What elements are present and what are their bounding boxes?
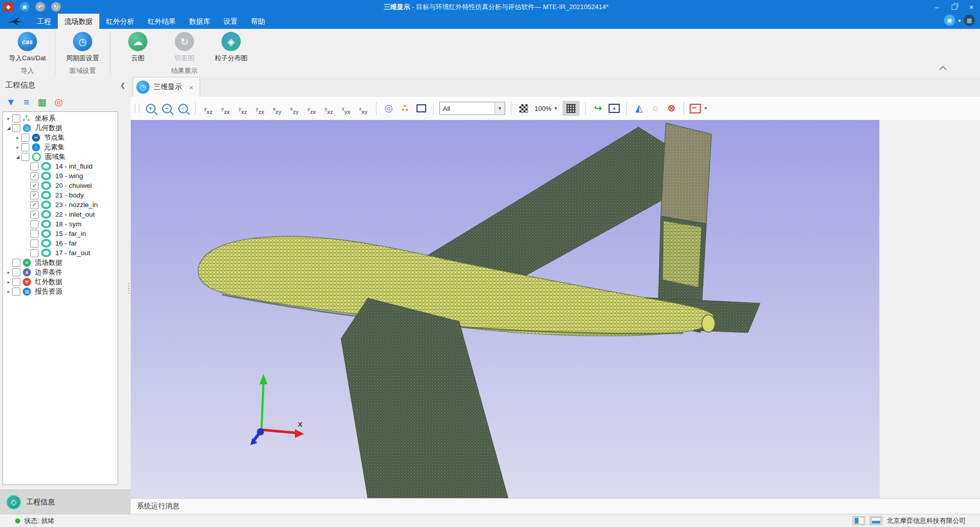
- ribbon-button-导入Cas/Dat[interactable]: cas导入Cas/Dat: [5, 31, 50, 66]
- tree-checkbox[interactable]: [30, 230, 39, 238]
- perspective-icon[interactable]: ◎: [382, 101, 395, 116]
- tree-item-面域集[interactable]: ◢面域集: [3, 152, 118, 161]
- layout-stack-icon[interactable]: [870, 516, 883, 525]
- tree-checkbox[interactable]: [12, 259, 20, 267]
- redo-icon[interactable]: ↻: [51, 2, 61, 12]
- tree-checkbox[interactable]: ✓: [30, 201, 39, 209]
- export-view-icon[interactable]: ↪: [591, 101, 605, 116]
- maximize-icon[interactable]: [946, 0, 963, 14]
- tree-checkbox[interactable]: ✓: [30, 182, 39, 190]
- menu-item-红外结果[interactable]: 红外结果: [141, 14, 182, 29]
- mesh-toggle-icon[interactable]: [562, 101, 580, 116]
- tree-item-元素集[interactable]: ▸○元素集: [3, 142, 118, 152]
- view-iso-se-icon[interactable]: zyx: [339, 100, 353, 117]
- menu-item-红外分析[interactable]: 红外分析: [99, 14, 141, 29]
- help-circle-icon[interactable]: ▣: [944, 15, 955, 26]
- tab-close-icon[interactable]: ×: [189, 83, 194, 92]
- tree-item-16 - far[interactable]: 16 - far: [3, 238, 118, 248]
- app-logo-icon[interactable]: ◆: [3, 2, 14, 12]
- tree-item-23 - nozzle_in[interactable]: ✓23 - nozzle_in: [3, 200, 118, 210]
- tree-checkbox[interactable]: [12, 124, 20, 132]
- tree-item-几何数据[interactable]: ◢△几何数据: [3, 123, 118, 133]
- view-iso-sw-icon[interactable]: zxy: [356, 100, 370, 117]
- tree-checkbox[interactable]: ✓: [30, 211, 39, 219]
- tree-item-流场数据[interactable]: <流场数据: [3, 258, 118, 267]
- save-icon[interactable]: ▣: [20, 2, 29, 12]
- view-back-icon[interactable]: yzx: [253, 100, 267, 117]
- dropdown-caret-icon[interactable]: ▾: [958, 18, 961, 23]
- layout-split-icon[interactable]: [852, 516, 865, 525]
- toolbar-handle[interactable]: [135, 104, 139, 113]
- tree-expander-icon[interactable]: ▸: [5, 279, 12, 285]
- ribbon-button-云图[interactable]: ☁云图: [116, 31, 160, 66]
- panel-splitter[interactable]: ⋮⋮: [125, 283, 130, 314]
- tree-item-报告资源[interactable]: ▸▤报告资源: [3, 287, 118, 296]
- menu-item-设置[interactable]: 设置: [217, 14, 244, 29]
- project-panel-footer[interactable]: ◇ 工程信息: [0, 490, 131, 514]
- tree-expander-icon[interactable]: ◢: [5, 126, 12, 131]
- ribbon-button-周期面设置[interactable]: ◷周期面设置: [60, 31, 105, 66]
- view-iso-nw-icon[interactable]: yxz: [322, 100, 336, 117]
- view-front-icon[interactable]: yxz: [236, 100, 250, 117]
- tree-item-18 - sym[interactable]: 18 - sym: [3, 219, 118, 229]
- menu-item-工程[interactable]: 工程: [30, 14, 58, 29]
- menu-item-帮助[interactable]: 帮助: [244, 14, 272, 29]
- tree-checkbox[interactable]: [21, 153, 29, 161]
- transparency-icon[interactable]: [517, 101, 530, 116]
- tree-expander-icon[interactable]: ▸: [14, 145, 21, 150]
- archive-icon[interactable]: ▼: [690, 101, 708, 116]
- tree-checkbox[interactable]: [21, 143, 29, 151]
- tree-item-22 - inlet_out[interactable]: ✓22 - inlet_out: [3, 210, 118, 219]
- particle-select-icon[interactable]: ∴: [398, 101, 411, 116]
- view-bottom-icon[interactable]: xzy: [287, 100, 301, 117]
- tree-expander-icon[interactable]: ▸: [14, 135, 21, 140]
- view-right-icon[interactable]: yzx: [218, 100, 233, 117]
- tree-checkbox[interactable]: ✓: [30, 191, 39, 199]
- tree-checkbox[interactable]: [12, 268, 20, 276]
- zoom-fit-icon[interactable]: ▫: [176, 101, 190, 116]
- tree-item-19 - wing[interactable]: ✓19 - wing: [3, 171, 118, 181]
- viewport-3d[interactable]: X: [131, 120, 879, 499]
- grid-view-icon[interactable]: ▦: [37, 97, 47, 107]
- view-left-icon[interactable]: yxz: [201, 100, 215, 117]
- tree-item-17 - far_out[interactable]: 17 - far_out: [3, 248, 118, 258]
- tree-item-红外数据[interactable]: ▸☢红外数据: [3, 277, 118, 287]
- menu-item-流场数据[interactable]: 流场数据: [58, 14, 99, 29]
- filter-icon[interactable]: ▼: [6, 97, 16, 107]
- undo-icon[interactable]: ↶: [35, 2, 45, 12]
- tree-checkbox[interactable]: [12, 114, 20, 123]
- tab-3d-display[interactable]: ◷ 三维显示 ×: [133, 77, 200, 97]
- view-top-icon[interactable]: xzy: [270, 100, 284, 117]
- combo-dropdown-icon[interactable]: ▼: [495, 103, 505, 114]
- mirror-icon[interactable]: ◭: [632, 101, 646, 116]
- ribbon-collapse-icon[interactable]: [939, 66, 947, 73]
- tree-checkbox[interactable]: [30, 239, 39, 248]
- close-icon[interactable]: ×: [963, 0, 980, 14]
- menu-item-数据库[interactable]: 数据库: [182, 14, 217, 29]
- tree-checkbox[interactable]: ✓: [30, 172, 39, 180]
- tree-item-节点集[interactable]: ▸••节点集: [3, 133, 118, 142]
- tree-expander-icon[interactable]: ▸: [5, 270, 12, 275]
- tree-expander-icon[interactable]: ◢: [14, 154, 21, 159]
- tree-checkbox[interactable]: [12, 278, 20, 286]
- tree-checkbox[interactable]: [30, 220, 39, 228]
- view-iso-ne-icon[interactable]: yzx: [305, 100, 319, 117]
- clear-icon[interactable]: ⊗: [665, 101, 678, 116]
- tree-expander-icon[interactable]: ▸: [5, 116, 12, 121]
- ribbon-button-粒子分布图[interactable]: ◈粒子分布图: [209, 31, 253, 66]
- collapse-list-icon[interactable]: ≡: [24, 97, 29, 107]
- tree-expander-icon[interactable]: ▸: [5, 289, 12, 294]
- tree-item-15 - far_in[interactable]: 15 - far_in: [3, 229, 118, 238]
- rect-select-icon[interactable]: [414, 101, 428, 116]
- tree-item-边界条件[interactable]: ▸⋔边界条件: [3, 267, 118, 277]
- locate-icon[interactable]: ◎: [55, 97, 63, 107]
- tree-checkbox[interactable]: [12, 288, 20, 296]
- zoom-out-icon[interactable]: −: [160, 101, 173, 116]
- tree-item-坐标系[interactable]: ▸yzx坐标系: [3, 113, 118, 123]
- manual-book-icon[interactable]: ▥: [964, 15, 975, 26]
- minimize-icon[interactable]: –: [928, 0, 946, 14]
- zoom-level-select[interactable]: 100%▼: [533, 105, 559, 112]
- tree-item-21 - body[interactable]: ✓21 - body: [3, 190, 118, 200]
- snapshot-icon[interactable]: ▴: [608, 101, 621, 116]
- tree-checkbox[interactable]: [21, 134, 29, 142]
